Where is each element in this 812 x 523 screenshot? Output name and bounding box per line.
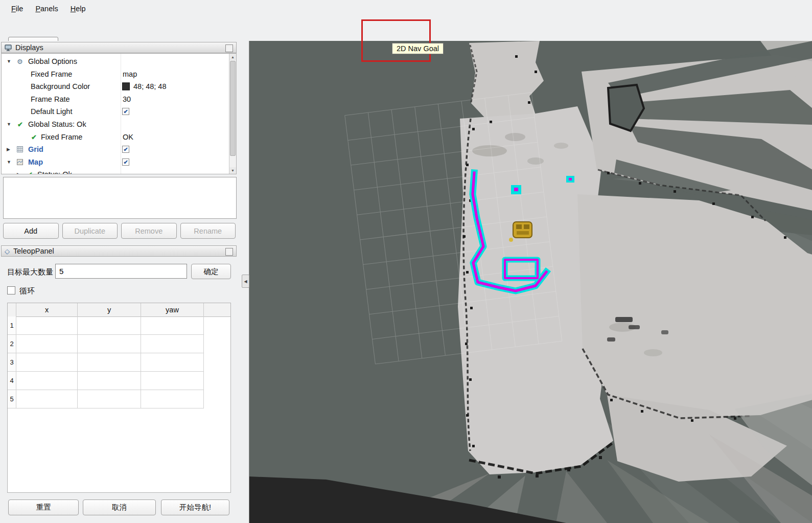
- tree-row[interactable]: ▼ ✔ Global Status: Ok: [2, 118, 229, 130]
- table-cell[interactable]: [16, 316, 78, 335]
- menu-file[interactable]: File: [6, 3, 28, 15]
- diamond-icon: ◇: [5, 247, 10, 255]
- table-cell[interactable]: [16, 372, 78, 390]
- table-cell[interactable]: [141, 335, 204, 353]
- tree-item-background-color[interactable]: Background Color: [31, 82, 90, 90]
- render-viewport[interactable]: [249, 41, 812, 523]
- table-row: 2: [8, 335, 204, 353]
- color-swatch: [122, 83, 130, 90]
- cancel-button[interactable]: 取消: [83, 499, 156, 515]
- column-header-yaw[interactable]: yaw: [141, 303, 204, 316]
- row-header[interactable]: 3: [8, 353, 16, 372]
- table-cell[interactable]: [141, 372, 204, 390]
- scrollbar-thumb[interactable]: [230, 61, 236, 156]
- loop-checkbox[interactable]: [7, 286, 15, 294]
- float-panel-button[interactable]: [225, 44, 233, 52]
- gear-icon: ⚙: [17, 58, 23, 65]
- table-cell[interactable]: [141, 390, 204, 408]
- displays-panel-title: Displays: [15, 43, 43, 52]
- row-header[interactable]: 2: [8, 335, 16, 353]
- grid-icon: [17, 146, 23, 152]
- duplicate-button[interactable]: Duplicate: [62, 223, 118, 239]
- float-panel-button[interactable]: [225, 248, 233, 256]
- tree-scrollbar[interactable]: ▲ ▼: [229, 54, 236, 174]
- tree-item-grid[interactable]: Grid: [28, 145, 43, 153]
- goal-table-header: x y yaw: [8, 303, 230, 317]
- scroll-up-icon[interactable]: ▲: [229, 54, 236, 60]
- map-canvas: [249, 41, 812, 523]
- displays-button-row: Add Duplicate Remove Rename: [3, 223, 236, 239]
- tree-row[interactable]: ✔ Fixed Frame OK: [2, 131, 229, 143]
- teleop-panel-header[interactable]: ◇ TeleopPanel: [1, 245, 237, 257]
- tree-row[interactable]: ▼ Map ✔: [2, 156, 229, 168]
- tree-item-status-fixed-frame[interactable]: Fixed Frame: [41, 133, 82, 141]
- row-header[interactable]: 4: [8, 372, 16, 390]
- table-row: 1: [8, 316, 204, 335]
- table-cell[interactable]: [16, 390, 78, 408]
- confirm-button[interactable]: 确定: [191, 264, 231, 279]
- table-cell[interactable]: [141, 353, 204, 372]
- table-corner: [8, 303, 16, 316]
- start-nav-button[interactable]: 开始导航!: [161, 499, 229, 515]
- tree-row-partial[interactable]: ▶ ✔ Status: Ok: [2, 168, 229, 174]
- tree-row[interactable]: Frame Rate 30: [2, 93, 229, 105]
- checkbox-checked[interactable]: ✔: [122, 146, 129, 153]
- tree-item-map-status[interactable]: Status: Ok: [37, 170, 72, 174]
- reset-button[interactable]: 重置: [8, 499, 79, 515]
- row-header[interactable]: 1: [8, 316, 16, 335]
- tree-item-global-status[interactable]: Global Status: Ok: [28, 120, 86, 128]
- tree-item-default-light[interactable]: Default Light: [31, 107, 72, 116]
- table-row: 4: [8, 372, 204, 390]
- displays-icon: [5, 44, 12, 51]
- menu-panels[interactable]: Panels: [30, 3, 63, 15]
- column-header-x[interactable]: x: [16, 303, 78, 316]
- tree-item-frame-rate[interactable]: Frame Rate: [31, 95, 70, 103]
- status-ok-icon: ✔: [17, 121, 23, 128]
- table-cell[interactable]: [141, 316, 204, 335]
- remove-button[interactable]: Remove: [121, 223, 177, 239]
- displays-panel-header[interactable]: Displays: [1, 42, 237, 53]
- expand-arrow-icon[interactable]: ▶: [17, 172, 20, 174]
- tree-item-fixed-frame[interactable]: Fixed Frame: [31, 70, 72, 78]
- table-cell[interactable]: [16, 335, 78, 353]
- tree-row[interactable]: Fixed Frame map: [2, 68, 229, 80]
- fixed-frame-value[interactable]: map: [123, 70, 137, 78]
- expand-arrow-icon[interactable]: ▶: [7, 147, 10, 152]
- collapse-arrow-icon[interactable]: ▼: [7, 160, 11, 165]
- tree-row[interactable]: Background Color 48; 48; 48: [2, 80, 229, 93]
- column-header-y[interactable]: y: [78, 303, 141, 316]
- frame-rate-value[interactable]: 30: [123, 95, 131, 103]
- table-cell[interactable]: [78, 372, 141, 390]
- table-cell[interactable]: [78, 335, 141, 353]
- tree-item-map[interactable]: Map: [28, 158, 43, 166]
- background-color-value[interactable]: 48; 48; 48: [133, 82, 167, 90]
- map-icon: [17, 159, 23, 165]
- checkbox-checked[interactable]: ✔: [122, 158, 129, 166]
- table-cell[interactable]: [16, 353, 78, 372]
- table-row: 3: [8, 353, 204, 372]
- panel-collapse-handle[interactable]: ◀: [242, 275, 249, 288]
- tree-row[interactable]: ▼ ⚙ Global Options: [2, 55, 229, 67]
- left-panel: Displays ▼ ⚙ Global Options Fixed Frame …: [0, 41, 249, 523]
- menu-bar: File Panels Help: [0, 0, 812, 17]
- tree-item-global-options[interactable]: Global Options: [28, 57, 77, 65]
- tree-row[interactable]: Default Light ✔: [2, 105, 229, 118]
- teleop-panel-title: TeleopPanel: [13, 247, 54, 255]
- displays-tree[interactable]: ▼ ⚙ Global Options Fixed Frame map Backg…: [1, 53, 237, 174]
- max-goal-input[interactable]: [55, 264, 187, 279]
- collapse-arrow-icon[interactable]: ▼: [7, 59, 11, 64]
- table-cell[interactable]: [78, 353, 141, 372]
- row-header[interactable]: 5: [8, 390, 16, 408]
- scroll-down-icon[interactable]: ▼: [229, 167, 236, 174]
- max-goal-label: 目标最大数量: [7, 267, 53, 277]
- checkbox-checked[interactable]: ✔: [122, 108, 129, 115]
- table-cell[interactable]: [78, 316, 141, 335]
- display-description-box: [3, 177, 237, 219]
- menu-help[interactable]: Help: [65, 3, 91, 15]
- add-button[interactable]: Add: [3, 223, 59, 239]
- goal-table[interactable]: x y yaw 1 2 3 4: [7, 303, 231, 493]
- table-cell[interactable]: [78, 390, 141, 408]
- collapse-arrow-icon[interactable]: ▼: [7, 122, 11, 127]
- rename-button[interactable]: Rename: [180, 223, 236, 239]
- tree-row[interactable]: ▶ Grid ✔: [2, 143, 229, 155]
